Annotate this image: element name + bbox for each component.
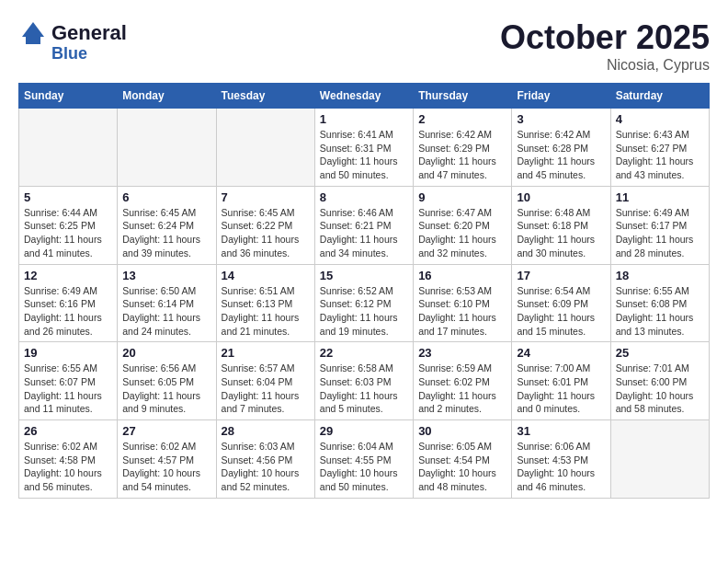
- table-row: 28 Sunrise: 6:03 AM Sunset: 4:56 PM Dayl…: [216, 420, 314, 499]
- logo-general: General: [51, 21, 127, 45]
- table-row: 13 Sunrise: 6:50 AM Sunset: 6:14 PM Dayl…: [118, 264, 216, 342]
- table-row: 20 Sunrise: 6:56 AM Sunset: 6:05 PM Dayl…: [118, 342, 216, 420]
- sunrise: Sunrise: 7:00 AM: [517, 362, 590, 373]
- sunset: Sunset: 6:29 PM: [418, 143, 490, 154]
- daylight: Daylight: 11 hours and 21 minutes.: [222, 312, 300, 337]
- day-number: 15: [320, 269, 408, 282]
- day-info: Sunrise: 6:59 AM Sunset: 6:02 PM Dayligh…: [418, 362, 506, 416]
- calendar-week-row: 26 Sunrise: 6:02 AM Sunset: 4:58 PM Dayl…: [19, 420, 710, 499]
- table-row: 4 Sunrise: 6:43 AM Sunset: 6:27 PM Dayli…: [610, 109, 709, 187]
- sunrise: Sunrise: 6:48 AM: [517, 207, 590, 218]
- day-info: Sunrise: 6:41 AM Sunset: 6:31 PM Dayligh…: [320, 128, 408, 182]
- table-row: 25 Sunrise: 7:01 AM Sunset: 6:00 PM Dayl…: [610, 342, 709, 420]
- header-tuesday: Tuesday: [216, 84, 314, 109]
- day-number: 8: [320, 190, 408, 204]
- day-number: 1: [320, 112, 408, 126]
- table-row: 31 Sunrise: 6:06 AM Sunset: 4:53 PM Dayl…: [512, 420, 610, 499]
- sunset: Sunset: 6:22 PM: [222, 220, 293, 231]
- sunrise: Sunrise: 6:44 AM: [24, 207, 97, 218]
- day-number: 14: [222, 269, 310, 282]
- header-friday: Friday: [512, 84, 610, 109]
- day-info: Sunrise: 6:55 AM Sunset: 6:08 PM Dayligh…: [616, 284, 704, 339]
- day-info: Sunrise: 6:02 AM Sunset: 4:57 PM Dayligh…: [122, 440, 210, 494]
- header-sunday: Sunday: [19, 84, 118, 109]
- sunset: Sunset: 6:13 PM: [222, 298, 293, 309]
- table-row: 7 Sunrise: 6:45 AM Sunset: 6:22 PM Dayli…: [216, 186, 314, 264]
- daylight: Daylight: 10 hours and 54 minutes.: [122, 467, 200, 492]
- day-info: Sunrise: 6:03 AM Sunset: 4:56 PM Dayligh…: [222, 440, 310, 494]
- day-number: 20: [122, 346, 210, 360]
- day-info: Sunrise: 7:00 AM Sunset: 6:01 PM Dayligh…: [517, 362, 605, 416]
- daylight: Daylight: 10 hours and 46 minutes.: [517, 467, 595, 492]
- day-number: 23: [418, 346, 506, 360]
- month-title: October 2025: [500, 18, 710, 57]
- day-info: Sunrise: 6:49 AM Sunset: 6:17 PM Dayligh…: [616, 206, 704, 260]
- sunrise: Sunrise: 6:42 AM: [517, 129, 590, 140]
- daylight: Daylight: 11 hours and 26 minutes.: [24, 312, 102, 337]
- day-info: Sunrise: 6:47 AM Sunset: 6:20 PM Dayligh…: [418, 206, 506, 260]
- header-wednesday: Wednesday: [314, 84, 413, 109]
- daylight: Daylight: 10 hours and 50 minutes.: [320, 467, 398, 492]
- page-header: General Blue October 2025 Nicosia, Cypru…: [18, 18, 710, 74]
- table-row: 9 Sunrise: 6:47 AM Sunset: 6:20 PM Dayli…: [414, 186, 512, 264]
- day-number: 16: [418, 269, 506, 282]
- daylight: Daylight: 11 hours and 13 minutes.: [616, 312, 694, 337]
- sunset: Sunset: 6:14 PM: [122, 298, 194, 309]
- sunrise: Sunrise: 6:59 AM: [418, 362, 492, 373]
- table-row: 17 Sunrise: 6:54 AM Sunset: 6:09 PM Dayl…: [512, 264, 610, 342]
- day-number: 22: [320, 346, 408, 360]
- day-number: 10: [517, 190, 605, 204]
- sunrise: Sunrise: 6:53 AM: [418, 285, 492, 296]
- day-number: 21: [222, 346, 310, 360]
- header-monday: Monday: [118, 84, 216, 109]
- daylight: Daylight: 11 hours and 50 minutes.: [320, 155, 398, 180]
- sunset: Sunset: 6:10 PM: [418, 298, 490, 309]
- table-row: 10 Sunrise: 6:48 AM Sunset: 6:18 PM Dayl…: [512, 186, 610, 264]
- sunset: Sunset: 6:09 PM: [517, 298, 588, 309]
- table-row: 15 Sunrise: 6:52 AM Sunset: 6:12 PM Dayl…: [314, 264, 413, 342]
- sunset: Sunset: 4:57 PM: [122, 454, 194, 465]
- logo-blue: Blue: [51, 44, 87, 63]
- table-row: 5 Sunrise: 6:44 AM Sunset: 6:25 PM Dayli…: [19, 186, 118, 264]
- day-info: Sunrise: 6:04 AM Sunset: 4:55 PM Dayligh…: [320, 440, 408, 494]
- sunset: Sunset: 6:20 PM: [418, 220, 490, 231]
- svg-marker-0: [22, 22, 44, 37]
- day-info: Sunrise: 6:42 AM Sunset: 6:29 PM Dayligh…: [418, 128, 506, 182]
- sunrise: Sunrise: 6:42 AM: [418, 129, 492, 140]
- day-info: Sunrise: 6:43 AM Sunset: 6:27 PM Dayligh…: [616, 128, 704, 182]
- table-row: 18 Sunrise: 6:55 AM Sunset: 6:08 PM Dayl…: [610, 264, 709, 342]
- day-number: 30: [418, 424, 506, 438]
- day-info: Sunrise: 6:45 AM Sunset: 6:22 PM Dayligh…: [222, 206, 310, 260]
- day-info: Sunrise: 6:46 AM Sunset: 6:21 PM Dayligh…: [320, 206, 408, 260]
- table-row: 27 Sunrise: 6:02 AM Sunset: 4:57 PM Dayl…: [118, 420, 216, 499]
- day-info: Sunrise: 6:52 AM Sunset: 6:12 PM Dayligh…: [320, 284, 408, 339]
- day-info: Sunrise: 6:45 AM Sunset: 6:24 PM Dayligh…: [122, 206, 210, 260]
- sunset: Sunset: 6:04 PM: [222, 376, 293, 387]
- title-block: October 2025 Nicosia, Cyprus: [500, 18, 710, 74]
- daylight: Daylight: 11 hours and 43 minutes.: [616, 155, 694, 180]
- day-number: 4: [616, 112, 704, 126]
- table-row: 19 Sunrise: 6:55 AM Sunset: 6:07 PM Dayl…: [19, 342, 118, 420]
- daylight: Daylight: 11 hours and 0 minutes.: [517, 390, 595, 415]
- sunrise: Sunrise: 6:51 AM: [222, 285, 295, 296]
- sunset: Sunset: 4:56 PM: [222, 454, 293, 465]
- day-info: Sunrise: 6:50 AM Sunset: 6:14 PM Dayligh…: [122, 284, 210, 339]
- table-row: 14 Sunrise: 6:51 AM Sunset: 6:13 PM Dayl…: [216, 264, 314, 342]
- calendar-table: Sunday Monday Tuesday Wednesday Thursday…: [18, 83, 710, 499]
- sunrise: Sunrise: 6:45 AM: [222, 207, 295, 218]
- daylight: Daylight: 11 hours and 32 minutes.: [418, 234, 496, 259]
- daylight: Daylight: 11 hours and 39 minutes.: [122, 234, 200, 259]
- day-number: 26: [24, 424, 112, 438]
- sunrise: Sunrise: 6:54 AM: [517, 285, 590, 296]
- daylight: Daylight: 11 hours and 9 minutes.: [122, 390, 200, 415]
- sunset: Sunset: 6:05 PM: [122, 376, 194, 387]
- sunset: Sunset: 6:08 PM: [616, 298, 688, 309]
- sunrise: Sunrise: 6:56 AM: [122, 362, 196, 373]
- table-row: [216, 109, 314, 187]
- daylight: Daylight: 11 hours and 19 minutes.: [320, 312, 398, 337]
- table-row: 22 Sunrise: 6:58 AM Sunset: 6:03 PM Dayl…: [314, 342, 413, 420]
- daylight: Daylight: 11 hours and 24 minutes.: [122, 312, 200, 337]
- day-number: 17: [517, 269, 605, 282]
- sunrise: Sunrise: 6:02 AM: [24, 441, 97, 452]
- calendar-week-row: 19 Sunrise: 6:55 AM Sunset: 6:07 PM Dayl…: [19, 342, 710, 420]
